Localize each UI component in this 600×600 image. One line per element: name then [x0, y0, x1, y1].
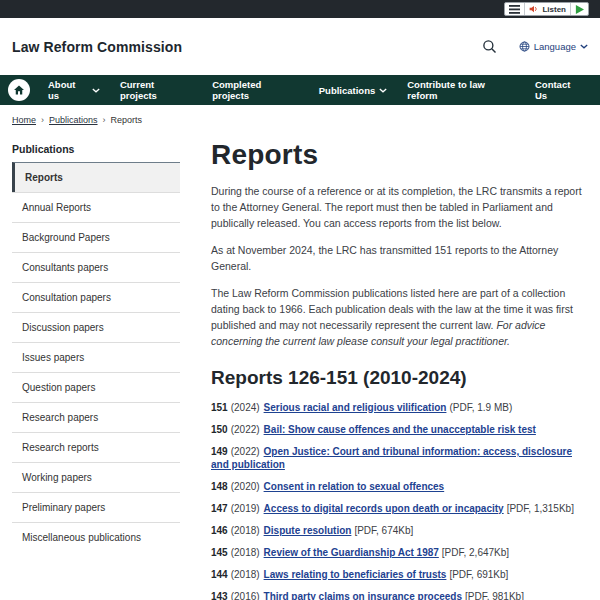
report-row: 143(2016)Third party claims on insurance… — [211, 590, 588, 600]
site-header: Law Reform Commission Language — [0, 18, 600, 75]
intro-paragraph-3: The Law Reform Commission publications l… — [211, 286, 588, 350]
report-row: 146(2018)Dispute resolution[PDF, 674Kb] — [211, 524, 588, 537]
breadcrumb-separator: › — [41, 115, 44, 125]
sidebar-item[interactable]: Research reports — [12, 432, 180, 462]
play-button[interactable] — [570, 3, 588, 15]
sidebar-item-label: Consultation papers — [22, 292, 111, 303]
chevron-down-icon — [379, 88, 387, 93]
sidebar-item-label: Issues papers — [22, 352, 84, 363]
sidebar-item-label: Miscellaneous publications — [22, 532, 141, 543]
report-number: 145 — [211, 547, 228, 558]
sidebar-item[interactable]: Background Papers — [12, 222, 180, 252]
report-year: (2018) — [231, 569, 260, 580]
top-utility-bar: Listen — [0, 0, 600, 18]
breadcrumb-link-publications[interactable]: Publications — [49, 115, 98, 125]
report-file-size: [PDF, 674Kb] — [354, 525, 413, 536]
sidebar-item[interactable]: Discussion papers — [12, 312, 180, 342]
report-row: 144(2018)Laws relating to beneficiaries … — [211, 568, 588, 581]
report-link[interactable]: Bail: Show cause offences and the unacce… — [264, 424, 536, 435]
nav-item-label: Publications — [319, 85, 375, 96]
sidebar-item[interactable]: Preliminary papers — [12, 492, 180, 522]
report-file-size: (PDF, 1.9 MB) — [449, 402, 512, 413]
readspeaker-menu-button[interactable] — [505, 3, 524, 15]
play-icon — [575, 5, 584, 14]
report-link[interactable]: Serious racial and religious vilificatio… — [264, 402, 447, 413]
report-row: 151(2024)Serious racial and religious vi… — [211, 401, 588, 414]
nav-item-label: Current projects — [120, 79, 192, 101]
listen-button[interactable]: Listen — [524, 3, 570, 15]
report-link[interactable]: Open Justice: Court and tribunal informa… — [211, 446, 572, 470]
search-button[interactable] — [482, 39, 497, 54]
report-year: (2022) — [231, 446, 260, 457]
sidebar-item-label: Discussion papers — [22, 322, 104, 333]
report-link[interactable]: Access to digital records upon death or … — [264, 503, 504, 514]
sidebar-item-label: Research papers — [22, 412, 98, 423]
report-row: 145(2018)Review of the Guardianship Act … — [211, 546, 588, 559]
nav-item[interactable]: Completed projects — [202, 75, 309, 105]
sidebar-item[interactable]: Annual Reports — [12, 192, 180, 222]
report-number: 143 — [211, 591, 228, 600]
report-number: 147 — [211, 503, 228, 514]
language-label: Language — [534, 41, 576, 52]
report-link[interactable]: Review of the Guardianship Act 1987 — [264, 547, 439, 558]
listen-label: Listen — [542, 5, 566, 14]
sidebar-item[interactable]: Question papers — [12, 372, 180, 402]
report-year: (2019) — [231, 503, 260, 514]
section-heading: Reports 126-151 (2010-2024) — [211, 367, 588, 389]
report-link[interactable]: Dispute resolution — [264, 525, 352, 536]
nav-item[interactable]: About us — [38, 75, 110, 105]
sidebar-item[interactable]: Consultation papers — [12, 282, 180, 312]
report-file-size: [PDF, 691Kb] — [449, 569, 508, 580]
report-link[interactable]: Consent in relation to sexual offences — [264, 481, 445, 492]
home-button[interactable] — [8, 79, 30, 101]
report-file-size: [PDF, 1,315Kb] — [507, 503, 574, 514]
sidebar-item[interactable]: Consultants papers — [12, 252, 180, 282]
nav-item[interactable]: Contribute to law reform — [397, 75, 525, 105]
search-icon — [482, 39, 497, 54]
site-title: Law Reform Commission — [12, 39, 182, 55]
report-number: 150 — [211, 424, 228, 435]
nav-item[interactable]: Publications — [309, 75, 397, 105]
nav-item-label: Completed projects — [212, 79, 299, 101]
breadcrumb-separator: › — [103, 115, 106, 125]
report-row: 150(2022)Bail: Show cause offences and t… — [211, 423, 588, 436]
sidebar-item-label: Preliminary papers — [22, 502, 105, 513]
report-row: 147(2019)Access to digital records upon … — [211, 502, 588, 515]
breadcrumb-current: Reports — [111, 115, 143, 125]
report-number: 146 — [211, 525, 228, 536]
sidebar-item[interactable]: Working papers — [12, 462, 180, 492]
report-list: 151(2024)Serious racial and religious vi… — [211, 401, 588, 600]
report-file-size: [PDF, 2,647Kb] — [442, 547, 509, 558]
report-file-size: [PDF, 981Kb] — [465, 591, 524, 600]
nav-item[interactable]: Current projects — [110, 75, 202, 105]
report-year: (2018) — [231, 525, 260, 536]
sidebar-item-label: Research reports — [22, 442, 99, 453]
sidebar-heading: Publications — [12, 143, 180, 155]
sidebar-item-label: Background Papers — [22, 232, 110, 243]
report-number: 149 — [211, 446, 228, 457]
sidebar-item[interactable]: Reports — [12, 162, 180, 192]
sidebar-item[interactable]: Miscellaneous publications — [12, 522, 180, 552]
report-year: (2024) — [231, 402, 260, 413]
breadcrumb: Home › Publications › Reports — [0, 105, 600, 131]
report-number: 151 — [211, 402, 228, 413]
breadcrumb-link-home[interactable]: Home — [12, 115, 36, 125]
report-row: 149(2022)Open Justice: Court and tribuna… — [211, 445, 588, 471]
sidebar-item[interactable]: Research papers — [12, 402, 180, 432]
language-selector[interactable]: Language — [519, 41, 588, 52]
main-navigation: About us Current projects Completed proj… — [0, 75, 600, 105]
sidebar-list: Reports Annual Reports Background Papers… — [12, 162, 180, 552]
report-year: (2016) — [231, 591, 260, 600]
report-number: 148 — [211, 481, 228, 492]
globe-icon — [519, 41, 530, 52]
menu-icon — [509, 5, 520, 14]
speaker-icon — [529, 4, 539, 14]
chevron-down-icon — [92, 88, 100, 93]
sidebar-item-label: Annual Reports — [22, 202, 91, 213]
report-link[interactable]: Laws relating to beneficiaries of trusts — [264, 569, 447, 580]
chevron-down-icon — [580, 44, 588, 49]
nav-item[interactable]: Contact Us — [525, 75, 594, 105]
sidebar-item-label: Consultants papers — [22, 262, 108, 273]
sidebar-item[interactable]: Issues papers — [12, 342, 180, 372]
report-link[interactable]: Third party claims on insurance proceeds — [264, 591, 462, 600]
